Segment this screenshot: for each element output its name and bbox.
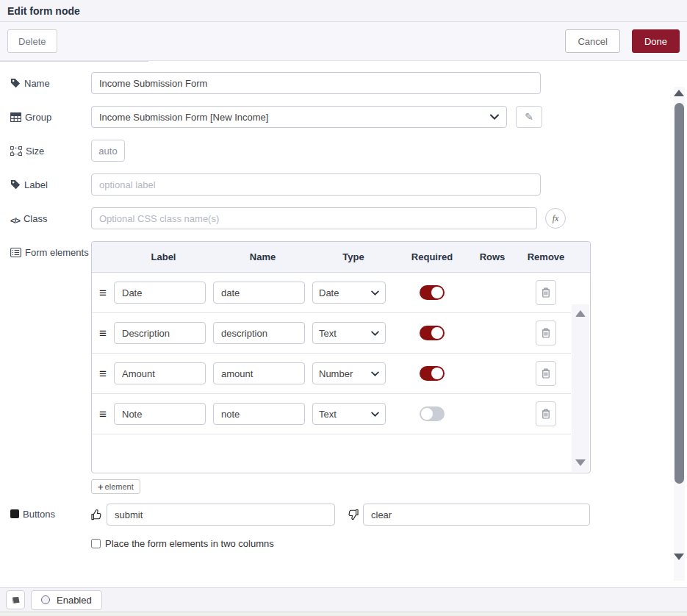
group-select[interactable]: Income Submission Form [New Income] [91,106,507,128]
fx-button[interactable]: fx [545,208,566,229]
chevron-down-icon [371,290,379,296]
element-type-select[interactable]: Text [312,403,386,425]
remove-element-button[interactable] [536,401,556,426]
cancel-button[interactable]: Cancel [565,29,619,53]
required-toggle[interactable] [420,407,445,421]
trash-icon [542,409,550,419]
element-type-select[interactable]: Date [312,282,386,304]
enabled-label: Enabled [57,595,92,606]
element-name-input[interactable] [213,322,305,344]
status-circle-icon [41,595,50,604]
book-icon [11,596,21,604]
table-row: ≡ Text [92,313,571,354]
class-row: </>Class fx [10,207,687,229]
col-header-rows: Rows [470,251,515,262]
edit-form-node-dialog: Edit form node Delete Cancel Done ⚙ Prop… [0,0,687,616]
element-name-input[interactable] [213,282,305,304]
remove-element-button[interactable] [536,361,556,386]
chevron-down-icon [371,371,379,376]
size-auto-button[interactable]: auto [91,140,125,162]
name-row: Name [10,72,687,94]
drag-handle-icon[interactable]: ≡ [92,327,114,340]
element-type-select[interactable]: Text [312,322,386,344]
chevron-down-icon [371,331,379,336]
table-row: ≡ Text [92,394,571,434]
element-name-input[interactable] [213,362,305,384]
submit-button-text-input[interactable] [107,504,335,526]
square-icon [10,509,19,518]
element-label-input[interactable] [114,322,206,344]
element-label-input[interactable] [114,403,206,425]
list-alt-icon [10,248,21,257]
chevron-down-icon [371,412,379,417]
page-background-strip [0,612,687,616]
remove-element-button[interactable] [536,280,556,305]
dialog-scrollbar[interactable] [674,87,685,581]
scroll-up-icon[interactable] [674,90,684,96]
trash-icon [542,287,550,298]
label-row: Label [10,173,687,196]
drag-handle-icon[interactable]: ≡ [92,408,114,420]
docs-button[interactable] [6,590,25,609]
chevron-down-icon [490,114,499,120]
table-scrollbar[interactable] [572,304,589,472]
table-row: ≡ Number [92,354,571,394]
required-toggle[interactable] [420,326,445,340]
object-group-icon [10,146,22,156]
enabled-toggle-button[interactable]: Enabled [31,590,102,610]
buttons-label: Buttons [10,507,91,522]
col-header-remove: Remove [515,251,577,262]
two-columns-label: Place the form elements in two columns [105,538,274,549]
element-type-select[interactable]: Number [312,362,386,384]
clear-button-text-input[interactable] [363,504,590,526]
name-input[interactable] [91,72,541,94]
thumbs-up-icon [91,509,102,520]
name-label: Name [10,72,91,91]
col-header-name: Name [213,251,312,262]
class-input[interactable] [91,207,537,229]
col-header-required: Required [395,251,470,262]
remove-element-button[interactable] [536,320,556,345]
form-elements-row: Form elements Label Name Type Required R… [10,241,687,494]
table-header: Label Name Type Required Rows Remove [92,242,590,273]
element-name-input[interactable] [213,403,305,425]
properties-panel: Name Group Income Submission Form [New I… [0,62,687,587]
delete-button[interactable]: Delete [7,29,57,53]
dialog-toolbar: Delete Cancel Done [0,22,687,61]
done-button[interactable]: Done [632,29,680,53]
scroll-down-icon[interactable] [575,459,586,466]
class-label: </>Class [10,207,91,227]
element-label-input[interactable] [114,282,206,304]
form-elements-label: Form elements [10,241,91,260]
group-row: Group Income Submission Form [New Income… [10,106,687,128]
buttons-row: Buttons [10,504,687,526]
form-elements-table: Label Name Type Required Rows Remove ≡ [91,241,591,473]
drag-handle-icon[interactable]: ≡ [92,368,114,380]
thumbs-down-icon [348,509,359,520]
pencil-icon: ✎ [525,111,533,123]
two-columns-row: Place the form elements in two columns [91,538,687,549]
size-row: Size auto [10,140,687,162]
code-icon: </> [10,215,20,227]
label-label: Label [10,173,91,193]
group-label: Group [10,106,91,125]
tag-icon [10,179,21,190]
size-label: Size [10,140,91,159]
scroll-down-icon[interactable] [674,554,684,560]
scroll-up-icon[interactable] [575,310,586,317]
scrollbar-thumb[interactable] [675,103,684,484]
element-label-input[interactable] [114,362,206,384]
two-columns-checkbox[interactable] [91,539,101,548]
plus-icon: + [98,481,104,493]
required-toggle[interactable] [420,285,445,300]
edit-group-button[interactable]: ✎ [516,106,542,128]
col-header-type: Type [312,251,395,262]
tag-icon [10,78,21,88]
add-element-button[interactable]: + element [91,479,140,494]
drag-handle-icon[interactable]: ≡ [92,287,114,299]
table-rows: ≡ Date [92,273,590,473]
dialog-header: Edit form node [0,0,687,22]
label-input[interactable] [91,173,541,196]
dialog-footer: Enabled [0,587,687,612]
required-toggle[interactable] [420,366,445,381]
